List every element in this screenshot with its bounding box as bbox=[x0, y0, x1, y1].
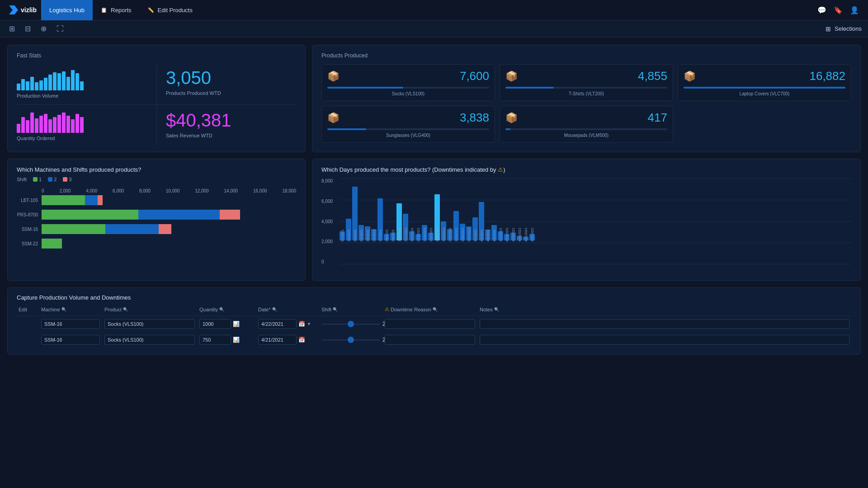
day-bar-col: 3/8/2021 bbox=[384, 178, 389, 264]
axis-labels: 02,0004,0006,0008,00010,00012,00014,0001… bbox=[17, 188, 296, 193]
day-bars-container: 3/1/2021⚠3/2/20213/3/20213/4/20213/5/202… bbox=[340, 178, 851, 264]
bar-chart-container: 02,0004,0006,0008,00010,00012,00014,0001… bbox=[17, 188, 296, 249]
day-bar-col: 3/6/2021 bbox=[371, 178, 377, 264]
row2-machine[interactable]: SSM-16 bbox=[41, 335, 100, 345]
tab-logistics-hub[interactable]: Logistics Hub bbox=[41, 0, 93, 20]
product-count: 4,855 bbox=[638, 69, 667, 83]
day-bar-col: 3/9/2021 bbox=[390, 178, 396, 264]
table-row: SSM-16 Socks (VLS100) 📊 bbox=[17, 316, 851, 332]
product-card: 📦 4,855 T-Shirts (VLT200) bbox=[500, 64, 673, 101]
row1-machine[interactable]: SSM-16 bbox=[41, 319, 100, 329]
col-header-quantity: Quantity 🔍 bbox=[199, 307, 254, 312]
product-card: 📦 3,838 Sunglasses (VLG400) bbox=[321, 106, 495, 143]
date-filter[interactable]: Date* 🔍 bbox=[258, 307, 317, 312]
machine-select-2[interactable]: SSM-16 bbox=[41, 335, 100, 345]
notes-input-2[interactable] bbox=[480, 335, 849, 345]
downtime-select-2[interactable] bbox=[385, 335, 475, 345]
day-bar-col: 4/8/2021 bbox=[485, 178, 491, 264]
product-name: T-Shirts (VLT200) bbox=[505, 91, 667, 96]
capture-table-panel: Capture Production Volume and Downtimes … bbox=[7, 287, 861, 355]
row2-date[interactable]: 📅 bbox=[258, 335, 317, 345]
day-bar-col: 3/5/2021 bbox=[365, 178, 370, 264]
quantity-filter[interactable]: Quantity 🔍 bbox=[199, 307, 254, 312]
day-bar-col: 3/15/2021 bbox=[415, 178, 421, 264]
quantity-input-2[interactable] bbox=[199, 335, 231, 345]
y-axis-label: 6,000 bbox=[321, 199, 333, 204]
row1-date[interactable]: 📅 ▼ bbox=[258, 319, 317, 329]
shift-slider-1[interactable] bbox=[321, 324, 380, 325]
downtime-select-1[interactable] bbox=[385, 319, 475, 329]
day-bar-col: 3/16/2021 bbox=[422, 178, 427, 264]
row1-notes[interactable] bbox=[480, 319, 849, 329]
shift-legend: Shift 1 2 3 bbox=[17, 177, 296, 182]
date-input-2[interactable] bbox=[258, 335, 297, 345]
product-box-icon: 📦 bbox=[505, 70, 518, 82]
row2-notes[interactable] bbox=[480, 335, 849, 345]
day-label: 3/7/2021 bbox=[379, 219, 382, 242]
product-select-1[interactable]: Socks (VLS100) bbox=[104, 319, 195, 329]
row1-shift[interactable]: 2 bbox=[321, 321, 380, 327]
col-header-machine: Machine 🔍 bbox=[41, 307, 100, 312]
bar-segment bbox=[42, 239, 62, 249]
zoom-out-icon[interactable]: ⊟ bbox=[22, 23, 33, 35]
zoom-in-icon[interactable]: ⊕ bbox=[38, 23, 49, 35]
user-icon[interactable]: 👤 bbox=[850, 6, 859, 14]
date-calendar-icon-2: 📅 bbox=[298, 337, 305, 343]
row1-quantity[interactable]: 📊 bbox=[199, 319, 254, 329]
day-bar-col: 3/12/2021 bbox=[409, 178, 415, 264]
downtime-filter[interactable]: ⚠ Downtime Reason 🔍 bbox=[385, 306, 475, 312]
legend-shift2: 2 bbox=[48, 177, 57, 182]
product-filter[interactable]: Product 🔍 bbox=[104, 307, 195, 312]
day-bar-col: 4/13/2021 bbox=[504, 178, 509, 264]
notes-input-1[interactable] bbox=[480, 319, 849, 329]
axis-label: 4,000 bbox=[86, 188, 97, 193]
product-bar-fill bbox=[327, 128, 366, 130]
quantity-ordered-label: Quantity Ordered bbox=[17, 136, 156, 141]
day-label: 3/12/2021 bbox=[410, 219, 414, 242]
axis-label: 2,000 bbox=[59, 188, 71, 193]
machine-select-1[interactable]: SSM-16 bbox=[41, 319, 100, 329]
notes-filter[interactable]: Notes 🔍 bbox=[480, 307, 849, 312]
tab-reports[interactable]: 📋 Reports bbox=[93, 0, 140, 20]
day-label: 4/12/2021 bbox=[499, 219, 502, 242]
product-select-2[interactable]: Socks (VLS100) bbox=[104, 335, 195, 345]
row2-downtime[interactable] bbox=[385, 335, 475, 345]
tab-edit-products[interactable]: ✏️ Edit Products bbox=[140, 0, 201, 20]
row2-product[interactable]: Socks (VLS100) bbox=[104, 335, 195, 345]
product-name: Sunglasses (VLG400) bbox=[327, 133, 489, 138]
machine-bar-row: SSM-16 bbox=[17, 224, 296, 234]
bar-segment bbox=[42, 195, 85, 205]
machine-bar-track bbox=[42, 224, 296, 234]
y-axis-label: 4,000 bbox=[321, 219, 333, 224]
chat-icon[interactable]: 💬 bbox=[817, 6, 826, 14]
machine-filter[interactable]: Machine 🔍 bbox=[41, 307, 100, 312]
logo-icon bbox=[9, 5, 18, 14]
y-axis-labels: 02,0004,0006,0008,000 bbox=[321, 178, 333, 264]
bookmark-icon[interactable]: 🔖 bbox=[834, 6, 843, 14]
row2-quantity[interactable]: 📊 bbox=[199, 335, 254, 345]
capture-table-title: Capture Production Volume and Downtimes bbox=[17, 294, 851, 301]
machine-bar-track bbox=[42, 210, 296, 220]
quantity-input-1[interactable] bbox=[199, 319, 231, 329]
legend-shift1: 1 bbox=[33, 177, 42, 182]
date-input-1[interactable] bbox=[258, 319, 297, 329]
day-label: 3/11/2021 bbox=[404, 219, 407, 242]
day-bar-col: 3/31/2021 bbox=[466, 178, 472, 264]
row1-downtime[interactable] bbox=[385, 319, 475, 329]
row2-shift[interactable]: 2 bbox=[321, 337, 380, 343]
shift-filter[interactable]: Shift 🔍 bbox=[321, 307, 380, 312]
y-axis-label: 2,000 bbox=[321, 239, 333, 244]
day-bar-col: 4/19/2021 bbox=[510, 178, 516, 264]
bar-segment bbox=[159, 224, 171, 234]
products-produced-value: 3,050 bbox=[166, 68, 296, 88]
zoom-fit-icon[interactable]: ⊞ bbox=[6, 23, 18, 35]
product-count: 7,600 bbox=[460, 69, 489, 83]
machines-chart-panel: Which Machines and Shifts produced produ… bbox=[7, 159, 306, 281]
shift-slider-2[interactable] bbox=[321, 339, 380, 341]
products-produced-wtd-cell: 3,050 Products Produced WTD bbox=[156, 64, 296, 104]
fullscreen-icon[interactable]: ⛶ bbox=[54, 23, 66, 35]
selections-btn[interactable]: ⊞ Selections bbox=[826, 25, 862, 33]
row1-product[interactable]: Socks (VLS100) bbox=[104, 319, 195, 329]
day-label: 3/4/2021 bbox=[360, 219, 363, 242]
machine-bar-row: PRS-8700 bbox=[17, 210, 296, 220]
